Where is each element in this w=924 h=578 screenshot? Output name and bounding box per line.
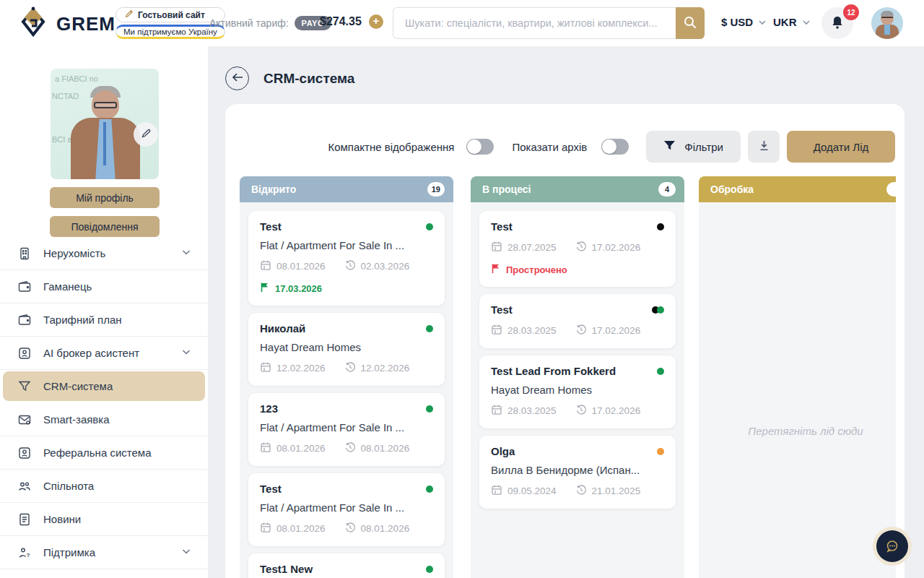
- lead-card[interactable]: НиколайHayat Dream Homes12.02.202612.02.…: [248, 313, 445, 386]
- compact-view-toggle[interactable]: [466, 139, 494, 155]
- clock-icon: [344, 441, 356, 455]
- date-value: 28.03.2025: [507, 325, 557, 336]
- lead-card[interactable]: Test1 NewHayat Dream Homes: [248, 553, 445, 578]
- lead-dates: 12.02.202612.02.2026: [260, 361, 433, 375]
- lead-dates: 28.03.202517.02.2026: [491, 404, 664, 418]
- add-lead-button[interactable]: Додати Лід: [787, 131, 895, 163]
- sidebar-item-crm-systema[interactable]: CRM-система: [0, 370, 208, 403]
- sidebar-item-taryfnyi-plan[interactable]: Тарифний план: [0, 303, 208, 337]
- clock-icon: [344, 259, 356, 273]
- sidebar-item-referalna-systema[interactable]: Реферальна система: [0, 436, 208, 470]
- column-body[interactable]: Перетягніть лід сюди: [699, 202, 896, 578]
- sidebar-item-label: Гаманець: [43, 280, 192, 293]
- language-dropdown[interactable]: UKR: [773, 16, 811, 28]
- date-value: 28.03.2025: [507, 405, 557, 416]
- user-avatar[interactable]: [871, 7, 903, 39]
- date-value: 12.02.2026: [361, 363, 410, 374]
- column-body[interactable]: TestFlat / Apartment For Sale In ...08.0…: [240, 202, 453, 578]
- messages-button[interactable]: Повідомлення: [50, 216, 160, 237]
- top-header: GREM Гостьовий сайт Ми підтримуємо Украї…: [0, 0, 924, 46]
- calendar-icon: [491, 404, 502, 418]
- chat-widget-button[interactable]: [873, 527, 912, 566]
- column-header: Відкрито19: [240, 176, 453, 202]
- sidebar-item-label: Реферальна система: [43, 447, 192, 459]
- sidebar-menu: НерухомістьГаманецьТарифний планAI броке…: [0, 237, 208, 569]
- lead-subtitle: Вилла В Бенидорме (Испан...: [491, 464, 664, 476]
- sidebar-item-label: AI брокер асистент: [43, 347, 180, 359]
- lead-dates: 08.01.202608.01.2026: [260, 522, 433, 535]
- column-body[interactable]: Test28.07.202517.02.2026ПростроченоTest2…: [471, 202, 684, 578]
- lead-created-date: 09.05.2024: [491, 484, 557, 498]
- lead-created-date: 28.03.2025: [491, 324, 557, 337]
- sidebar-item-label: Smart-заявка: [43, 413, 192, 426]
- wallet-icon: [17, 313, 32, 327]
- lead-card[interactable]: Test Lead From FokkerdHayat Dream Homes2…: [479, 355, 676, 428]
- lead-card[interactable]: Test28.07.202517.02.2026Прострочено: [479, 211, 676, 287]
- flag-text: 17.03.2026: [275, 283, 322, 294]
- chat-bubble-icon: [876, 530, 908, 562]
- sidebar-item-hamanets[interactable]: Гаманець: [0, 270, 208, 303]
- status-dot-green: [657, 306, 664, 314]
- lead-title: Test1 New: [260, 563, 426, 575]
- notifications-button[interactable]: 12: [821, 7, 853, 39]
- svg-text:?: ?: [27, 552, 30, 558]
- currency-dropdown[interactable]: $ USD: [721, 16, 767, 28]
- status-dot-green: [426, 486, 433, 493]
- guest-site-label: Гостьовий сайт: [138, 10, 205, 20]
- filters-button[interactable]: Фільтри: [646, 131, 741, 163]
- sidebar-item-spilnota[interactable]: Спільнота: [0, 470, 208, 503]
- grem-logo[interactable]: GREM: [17, 6, 116, 42]
- notifications-count-badge: 12: [843, 4, 859, 20]
- search-input[interactable]: [393, 7, 676, 39]
- back-button[interactable]: [225, 66, 249, 90]
- date-value: 08.01.2026: [276, 523, 326, 534]
- kanban-column: ОбробкаПеретягніть лід сюди: [699, 176, 896, 578]
- sidebar-item-ai-broker-asystent[interactable]: AI брокер асистент: [0, 337, 208, 370]
- column-title: Обробка: [710, 184, 754, 195]
- lead-due-date: 17.02.2026: [575, 241, 641, 254]
- column-count-badge: 19: [427, 182, 445, 197]
- calendar-icon: [491, 484, 502, 498]
- sidebar-item-novyny[interactable]: Новини: [0, 503, 208, 536]
- column-header: В процесі4: [471, 176, 684, 202]
- lead-due-date: 17.02.2026: [575, 324, 641, 337]
- date-value: 17.02.2026: [592, 405, 641, 416]
- top-up-button[interactable]: +: [369, 14, 383, 29]
- date-value: 28.07.2025: [507, 242, 557, 253]
- sidebar-item-pidtrymka[interactable]: ?Підтримка: [0, 536, 208, 569]
- clock-icon: [344, 522, 356, 535]
- clock-icon: [575, 484, 587, 498]
- status-dot-black: [657, 223, 664, 230]
- sidebar-item-smart-zaiavka[interactable]: Smart-заявка: [0, 403, 208, 436]
- date-value: 21.01.2025: [592, 486, 641, 496]
- lead-due-date: 08.01.2026: [344, 441, 410, 455]
- lead-flag: Прострочено: [491, 263, 664, 276]
- sidebar: а FIABCI по NCTAD BCI в U Мій профіль По…: [0, 46, 208, 578]
- calendar-icon: [260, 441, 271, 455]
- clock-icon: [575, 241, 587, 254]
- date-value: 08.01.2026: [361, 523, 410, 534]
- support-ukraine-label: Ми підтримуємо Україну: [123, 27, 217, 36]
- date-value: 02.03.2026: [361, 261, 410, 272]
- lead-created-date: 28.07.2025: [491, 241, 557, 254]
- my-profile-button[interactable]: Мій профіль: [50, 187, 160, 208]
- status-dot-green: [657, 368, 664, 375]
- show-archive-toggle[interactable]: [601, 139, 629, 155]
- sidebar-item-nerukhomist[interactable]: Нерухомість: [0, 237, 208, 270]
- pencil-icon: [141, 128, 152, 142]
- download-button[interactable]: [748, 131, 780, 163]
- lead-card[interactable]: Test28.03.202517.02.2026: [479, 294, 676, 348]
- lead-title: Николай: [260, 322, 426, 335]
- lead-created-date: 08.01.2026: [260, 259, 326, 273]
- lead-card[interactable]: TestFlat / Apartment For Sale In ...08.0…: [248, 211, 445, 306]
- lead-title: Test: [260, 220, 426, 233]
- lead-card[interactable]: 123Flat / Apartment For Sale In ...08.01…: [248, 393, 445, 466]
- edit-profile-photo-button[interactable]: [134, 122, 158, 147]
- arrow-left-icon: [232, 72, 243, 85]
- lead-card[interactable]: TestFlat / Apartment For Sale In ...08.0…: [248, 473, 445, 546]
- lead-card[interactable]: OlgaВилла В Бенидорме (Испан...09.05.202…: [479, 436, 676, 509]
- lead-subtitle: Hayat Dream Homes: [260, 341, 433, 353]
- search-button[interactable]: [676, 7, 705, 39]
- building-icon: [17, 246, 32, 261]
- sidebar-item-label: Новини: [43, 513, 192, 525]
